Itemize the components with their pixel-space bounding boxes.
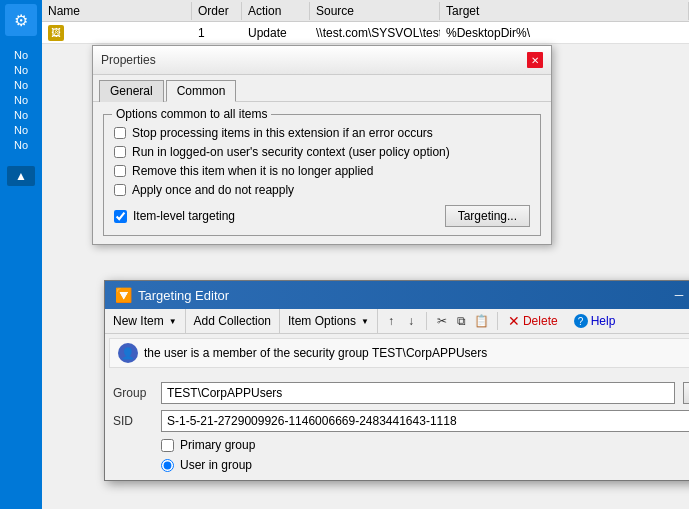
help-button[interactable]: ? Help bbox=[566, 309, 624, 333]
group-label: Group bbox=[113, 386, 153, 400]
item-options-label: Item Options bbox=[288, 314, 356, 328]
tab-general[interactable]: General bbox=[99, 80, 164, 102]
cell-order: 1 bbox=[192, 24, 242, 42]
targeting-editor-window-controls: ─ □ bbox=[669, 287, 689, 303]
targeting-editor-form: Group ... SID Primary group User in grou… bbox=[105, 372, 689, 480]
toolbar-separator-2 bbox=[497, 312, 498, 330]
targeting-row: Item-level targeting Targeting... bbox=[114, 205, 530, 227]
checkbox-apply-once: Apply once and do not reapply bbox=[114, 183, 530, 197]
properties-title: Properties bbox=[101, 53, 156, 67]
sidebar-no-4: No bbox=[12, 93, 30, 107]
options-group-box: Options common to all items Stop process… bbox=[103, 114, 541, 236]
sidebar-no-6: No bbox=[12, 123, 30, 137]
add-collection-button[interactable]: Add Collection bbox=[186, 309, 280, 333]
sid-label: SID bbox=[113, 414, 153, 428]
checkbox-apply-once-label: Apply once and do not reapply bbox=[132, 183, 294, 197]
targeting-editor-toolbar: New Item ▼ Add Collection Item Options ▼… bbox=[105, 309, 689, 334]
checkbox-run-logged-input[interactable] bbox=[114, 146, 126, 158]
col-header-name: Name bbox=[42, 2, 192, 20]
minimize-button[interactable]: ─ bbox=[669, 287, 689, 303]
paste-button[interactable]: 📋 bbox=[473, 312, 491, 330]
sid-form-row: SID bbox=[113, 410, 689, 432]
primary-group-label: Primary group bbox=[180, 438, 255, 452]
sidebar-top-icon[interactable]: ⚙ bbox=[5, 4, 37, 36]
checkbox-remove-item: Remove this item when it is no longer ap… bbox=[114, 164, 530, 178]
toolbar-separator-1 bbox=[426, 312, 427, 330]
main-area: Name Order Action Source Target 🖼 1 Upda… bbox=[42, 0, 689, 509]
new-item-button[interactable]: New Item ▼ bbox=[105, 309, 186, 333]
properties-tabs: General Common bbox=[93, 75, 551, 101]
targeting-editor: 🔽 Targeting Editor ─ □ New Item ▼ Add Co… bbox=[104, 280, 689, 481]
item-options-arrow: ▼ bbox=[361, 317, 369, 326]
move-up-button[interactable]: ↑ bbox=[382, 312, 400, 330]
sidebar-no-2: No bbox=[12, 63, 30, 77]
properties-titlebar: Properties ✕ bbox=[93, 46, 551, 75]
checkbox-run-logged-label: Run in logged-on user's security context… bbox=[132, 145, 450, 159]
infobar-text: the user is a member of the security gro… bbox=[144, 346, 487, 360]
checkbox-apply-once-input[interactable] bbox=[114, 184, 126, 196]
move-down-button[interactable]: ↓ bbox=[402, 312, 420, 330]
table-row[interactable]: 🖼 1 Update \\test.com\SYSVOL\test.c... %… bbox=[42, 22, 689, 44]
toolbar-edit-group: ✂ ⧉ 📋 bbox=[429, 309, 495, 333]
table-header: Name Order Action Source Target bbox=[42, 0, 689, 22]
checkbox-stop-processing-label: Stop processing items in this extension … bbox=[132, 126, 433, 140]
cell-target: %DesktopDir%\ bbox=[440, 24, 689, 42]
targeting-button[interactable]: Targeting... bbox=[445, 205, 530, 227]
checkbox-stop-processing-input[interactable] bbox=[114, 127, 126, 139]
row-icon: 🖼 bbox=[48, 25, 64, 41]
group-legend: Options common to all items bbox=[112, 107, 271, 121]
targeting-editor-icon: 🔽 bbox=[115, 287, 132, 303]
sidebar-no-5: No bbox=[12, 108, 30, 122]
sidebar-no-3: No bbox=[12, 78, 30, 92]
sidebar-no-7: No bbox=[12, 138, 30, 152]
new-item-label: New Item bbox=[113, 314, 164, 328]
checkbox-run-logged: Run in logged-on user's security context… bbox=[114, 145, 530, 159]
targeting-infobar: 👤 the user is a member of the security g… bbox=[109, 338, 689, 368]
delete-button[interactable]: ✕ Delete bbox=[500, 309, 566, 333]
group-form-row: Group ... bbox=[113, 382, 689, 404]
targeting-editor-titlebar: 🔽 Targeting Editor ─ □ bbox=[105, 281, 689, 309]
add-collection-label: Add Collection bbox=[194, 314, 271, 328]
infobar-person-icon: 👤 bbox=[121, 347, 135, 360]
cut-button[interactable]: ✂ bbox=[433, 312, 451, 330]
targeting-editor-title: Targeting Editor bbox=[138, 288, 229, 303]
user-in-group-label: User in group bbox=[180, 458, 252, 472]
cell-action: Update bbox=[242, 24, 310, 42]
checkbox-remove-item-input[interactable] bbox=[114, 165, 126, 177]
help-label: Help bbox=[591, 314, 616, 328]
targeting-left: Item-level targeting bbox=[114, 209, 235, 223]
group-input[interactable] bbox=[161, 382, 675, 404]
help-icon: ? bbox=[574, 314, 588, 328]
col-header-order: Order bbox=[192, 2, 242, 20]
checkbox-stop-processing: Stop processing items in this extension … bbox=[114, 126, 530, 140]
tab-common[interactable]: Common bbox=[166, 80, 237, 102]
user-in-group-row: User in group bbox=[161, 458, 689, 472]
sid-input[interactable] bbox=[161, 410, 689, 432]
primary-group-row: Primary group bbox=[161, 438, 689, 452]
infobar-icon: 👤 bbox=[118, 343, 138, 363]
checkbox-item-level-input[interactable] bbox=[114, 210, 127, 223]
sidebar-chevron-icon[interactable]: ▲ bbox=[7, 166, 35, 186]
new-item-arrow: ▼ bbox=[169, 317, 177, 326]
sidebar-no-1: No bbox=[12, 48, 30, 62]
cell-name: 🖼 bbox=[42, 23, 192, 43]
col-header-source: Source bbox=[310, 2, 440, 20]
col-header-target: Target bbox=[440, 2, 689, 20]
checkbox-remove-item-label: Remove this item when it is no longer ap… bbox=[132, 164, 373, 178]
delete-x-icon: ✕ bbox=[508, 313, 520, 329]
item-options-button[interactable]: Item Options ▼ bbox=[280, 309, 378, 333]
delete-label: Delete bbox=[523, 314, 558, 328]
properties-close-button[interactable]: ✕ bbox=[527, 52, 543, 68]
sidebar-labels: No No No No No No No bbox=[12, 48, 30, 152]
browse-button[interactable]: ... bbox=[683, 382, 689, 404]
targeting-editor-title-group: 🔽 Targeting Editor bbox=[115, 287, 229, 303]
user-in-group-radio[interactable] bbox=[161, 459, 174, 472]
col-header-action: Action bbox=[242, 2, 310, 20]
properties-dialog: Properties ✕ General Common Options comm… bbox=[92, 45, 552, 245]
properties-body: Options common to all items Stop process… bbox=[93, 101, 551, 244]
copy-button[interactable]: ⧉ bbox=[453, 312, 471, 330]
toolbar-nav-group: ↑ ↓ bbox=[378, 309, 424, 333]
checkbox-item-level-label: Item-level targeting bbox=[133, 209, 235, 223]
sidebar: ⚙ No No No No No No No ▲ bbox=[0, 0, 42, 509]
primary-group-checkbox[interactable] bbox=[161, 439, 174, 452]
